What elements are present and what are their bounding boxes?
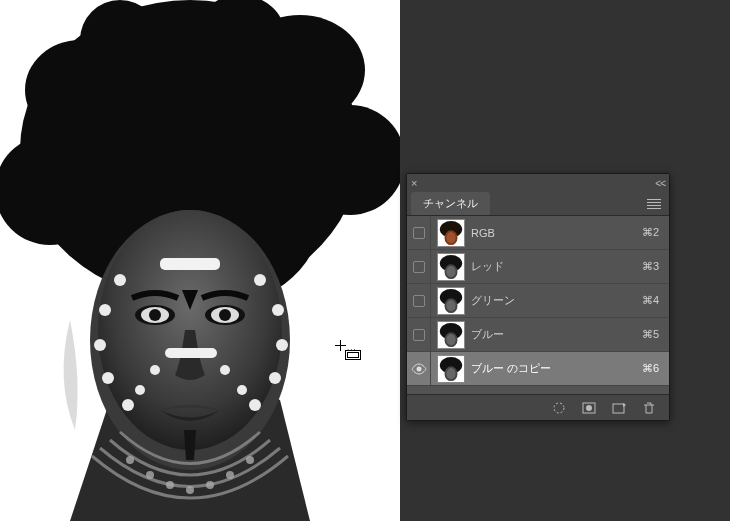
svg-point-20 [99,304,111,316]
channels-panel: × << チャンネル RGB⌘2レッド⌘3グリーン⌘4ブルー⌘5ブルー のコピー… [406,173,670,421]
panel-header: チャンネル [407,192,669,215]
svg-rect-17 [160,258,220,270]
channel-shortcut: ⌘3 [642,260,669,273]
svg-point-63 [554,403,564,413]
channel-row[interactable]: レッド⌘3 [407,250,669,284]
channel-list: RGB⌘2レッド⌘3グリーン⌘4ブルー⌘5ブルー のコピー⌘6 [407,215,669,386]
svg-point-29 [150,365,160,375]
svg-point-62 [446,368,455,379]
svg-point-35 [166,481,174,489]
eye-icon [411,363,427,375]
svg-rect-18 [165,348,217,358]
svg-point-23 [122,399,134,411]
svg-point-36 [186,486,194,494]
document-image [0,0,400,521]
channel-row[interactable]: RGB⌘2 [407,216,669,250]
svg-point-21 [94,339,106,351]
panel-menu-icon[interactable] [643,195,665,213]
channel-shortcut: ⌘6 [642,362,669,375]
save-mask-button[interactable] [581,401,597,415]
svg-point-49 [446,266,455,277]
visibility-toggle[interactable] [407,284,431,317]
svg-point-28 [249,399,261,411]
visibility-toggle[interactable] [407,318,431,351]
visibility-toggle[interactable] [407,216,431,249]
svg-point-45 [446,232,455,243]
channel-name: ブルー のコピー [471,361,642,376]
svg-point-26 [276,339,288,351]
svg-point-6 [80,0,160,80]
svg-point-16 [219,309,231,321]
svg-point-15 [149,309,161,321]
channel-name: レッド [471,259,642,274]
svg-point-34 [146,471,154,479]
svg-point-53 [446,300,455,311]
svg-point-22 [102,372,114,384]
channel-shortcut: ⌘2 [642,226,669,239]
channel-thumbnail [437,287,465,315]
channel-row[interactable]: ブルー⌘5 [407,318,669,352]
visibility-box[interactable] [413,261,425,273]
channel-shortcut: ⌘5 [642,328,669,341]
svg-point-33 [126,456,134,464]
svg-point-38 [226,471,234,479]
svg-point-30 [220,365,230,375]
svg-point-39 [246,456,254,464]
canvas[interactable]: ... [0,0,400,521]
channel-name: グリーン [471,293,642,308]
svg-point-65 [586,405,592,411]
channels-tab[interactable]: チャンネル [411,192,490,215]
visibility-box[interactable] [413,227,425,239]
svg-point-32 [237,385,247,395]
channel-name: RGB [471,227,642,239]
svg-point-25 [272,304,284,316]
workspace: ... × << チャンネル RGB⌘2レッド⌘3グリーン⌘4ブルー⌘5ブルー … [0,0,730,521]
panel-footer [407,394,669,420]
svg-point-31 [135,385,145,395]
new-channel-button[interactable] [611,401,627,415]
load-selection-button[interactable] [551,401,567,415]
channel-row[interactable]: グリーン⌘4 [407,284,669,318]
svg-point-27 [269,372,281,384]
visibility-box[interactable] [413,295,425,307]
svg-rect-66 [613,404,624,413]
svg-point-19 [114,274,126,286]
channel-name: ブルー [471,327,642,342]
right-dock-area: × << チャンネル RGB⌘2レッド⌘3グリーン⌘4ブルー⌘5ブルー のコピー… [400,0,730,521]
svg-point-37 [206,481,214,489]
svg-point-57 [446,334,455,345]
channel-thumbnail [437,355,465,383]
channel-shortcut: ⌘4 [642,294,669,307]
channel-row[interactable]: ブルー のコピー⌘6 [407,352,669,386]
panel-collapse-button[interactable]: << [655,178,665,189]
visibility-toggle[interactable] [407,250,431,283]
visibility-box[interactable] [413,329,425,341]
svg-point-24 [254,274,266,286]
channel-thumbnail [437,219,465,247]
channel-thumbnail [437,321,465,349]
svg-point-58 [416,366,421,371]
panel-close-button[interactable]: × [411,177,417,189]
visibility-toggle[interactable] [407,352,431,385]
channel-thumbnail [437,253,465,281]
delete-channel-button[interactable] [641,401,657,415]
